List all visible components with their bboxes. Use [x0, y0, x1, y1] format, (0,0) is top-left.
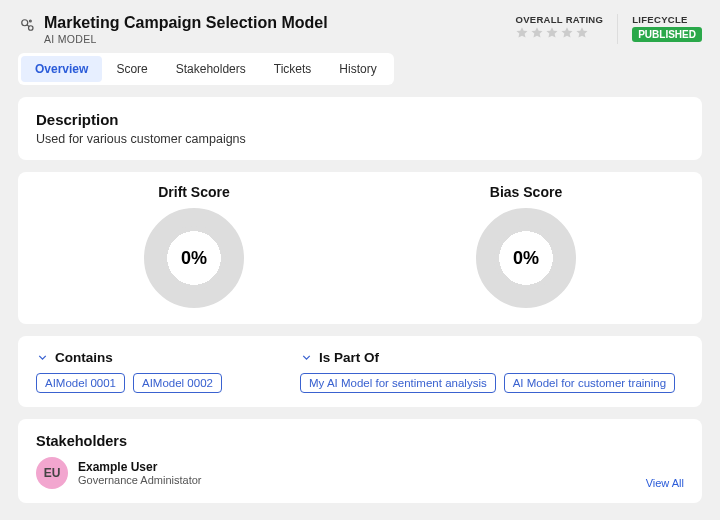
lifecycle-label: LIFECYCLE [632, 14, 702, 25]
tab-history[interactable]: History [325, 56, 390, 82]
star-icon [515, 26, 529, 40]
bias-score-block: Bias Score 0% [360, 184, 692, 308]
overall-rating: OVERALL RATING [515, 14, 603, 40]
description-body: Used for various customer campaigns [36, 132, 684, 146]
contains-chip[interactable]: AIModel 0001 [36, 373, 125, 393]
rating-label: OVERALL RATING [515, 14, 603, 25]
page-header: Marketing Campaign Selection Model AI MO… [18, 14, 702, 45]
star-icon [530, 26, 544, 40]
divider [617, 14, 618, 44]
part-of-section: Is Part Of My AI Model for sentiment ana… [300, 350, 675, 393]
drift-score-donut: 0% [144, 208, 244, 308]
part-of-toggle[interactable]: Is Part Of [300, 350, 675, 365]
tab-score[interactable]: Score [102, 56, 161, 82]
page-title: Marketing Campaign Selection Model [44, 14, 328, 32]
tab-stakeholders[interactable]: Stakeholders [162, 56, 260, 82]
contains-heading: Contains [55, 350, 113, 365]
page-subtitle: AI MODEL [44, 33, 328, 45]
lifecycle: LIFECYCLE PUBLISHED [632, 14, 702, 42]
tabs: Overview Score Stakeholders Tickets Hist… [18, 53, 394, 85]
chevron-down-icon [36, 351, 49, 364]
stakeholders-heading: Stakeholders [36, 433, 684, 449]
model-icon [18, 16, 36, 34]
view-all-link[interactable]: View All [646, 477, 684, 489]
part-of-chip[interactable]: AI Model for customer training [504, 373, 675, 393]
star-icon [575, 26, 589, 40]
description-heading: Description [36, 111, 684, 128]
star-icon [545, 26, 559, 40]
bias-score-donut: 0% [476, 208, 576, 308]
star-icon [560, 26, 574, 40]
part-of-heading: Is Part Of [319, 350, 379, 365]
contains-chip[interactable]: AIModel 0002 [133, 373, 222, 393]
svg-point-2 [29, 20, 31, 22]
bias-score-value: 0% [513, 248, 539, 269]
lifecycle-badge: PUBLISHED [632, 27, 702, 42]
chevron-down-icon [300, 351, 313, 364]
tab-tickets[interactable]: Tickets [260, 56, 326, 82]
stakeholder-row: EU Example User Governance Administator [36, 457, 202, 489]
drift-score-value: 0% [181, 248, 207, 269]
contains-section: Contains AIModel 0001 AIModel 0002 [36, 350, 276, 393]
avatar: EU [36, 457, 68, 489]
drift-score-block: Drift Score 0% [28, 184, 360, 308]
tab-overview[interactable]: Overview [21, 56, 102, 82]
part-of-chip[interactable]: My AI Model for sentiment analysis [300, 373, 496, 393]
relations-card: Contains AIModel 0001 AIModel 0002 Is Pa… [18, 336, 702, 407]
drift-score-label: Drift Score [28, 184, 360, 200]
stakeholder-name: Example User [78, 460, 202, 474]
bias-score-label: Bias Score [360, 184, 692, 200]
rating-stars[interactable] [515, 26, 603, 40]
description-card: Description Used for various customer ca… [18, 97, 702, 160]
svg-point-0 [22, 20, 28, 26]
scores-card: Drift Score 0% Bias Score 0% [18, 172, 702, 324]
stakeholders-card: Stakeholders EU Example User Governance … [18, 419, 702, 503]
stakeholder-role: Governance Administator [78, 474, 202, 486]
contains-toggle[interactable]: Contains [36, 350, 276, 365]
